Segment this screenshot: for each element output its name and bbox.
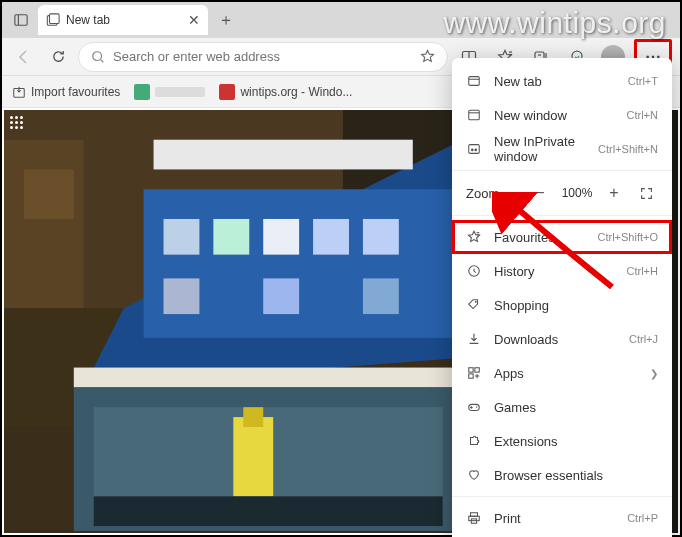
menu-label: Downloads [494,332,617,347]
svg-point-53 [476,406,477,407]
import-label: Import favourites [31,85,120,99]
star-icon [466,229,482,245]
svg-rect-22 [154,140,413,170]
import-favourites-button[interactable]: Import favourites [12,85,120,99]
newtab-icon [466,73,482,89]
svg-rect-27 [363,219,399,255]
zoom-in-button[interactable]: + [602,181,626,205]
menu-label: New InPrivate window [494,134,586,164]
newtab-icon [46,13,60,27]
svg-rect-21 [144,189,453,338]
menu-print[interactable]: Print Ctrl+P [452,501,672,535]
active-tab[interactable]: New tab ✕ [38,5,208,35]
heart-pulse-icon [466,467,482,483]
svg-rect-24 [213,219,249,255]
svg-point-44 [474,149,477,152]
svg-rect-51 [469,374,473,378]
svg-rect-49 [469,368,473,372]
menu-shortcut: Ctrl+N [627,109,658,121]
menu-label: Apps [494,366,638,381]
menu-favourites[interactable]: Favourites Ctrl+Shift+O [452,220,672,254]
svg-rect-0 [15,15,27,26]
favicon-icon [134,84,150,100]
svg-rect-42 [469,145,480,154]
bookmark-label: wintips.org - Windo... [240,85,352,99]
watermark: www.wintips.org [443,6,666,40]
new-tab-button[interactable]: ＋ [212,6,240,34]
menu-shortcut: Ctrl+J [629,333,658,345]
menu-apps[interactable]: Apps ❯ [452,356,672,390]
menu-inprivate[interactable]: New InPrivate window Ctrl+Shift+N [452,132,672,166]
menu-label: Favourites [494,230,585,245]
tab-actions-icon[interactable] [8,7,34,33]
svg-point-43 [471,149,474,152]
svg-rect-30 [363,278,399,314]
svg-rect-26 [313,219,349,255]
menu-games[interactable]: Games [452,390,672,424]
svg-rect-28 [164,278,200,314]
fullscreen-button[interactable] [634,181,658,205]
back-button[interactable] [10,43,38,71]
zoom-value: 100% [560,186,594,200]
zoom-label: Zoom [466,186,520,201]
menu-separator [452,215,672,216]
games-icon [466,399,482,415]
menu-label: Games [494,400,658,415]
menu-label: Print [494,511,615,526]
menu-shortcut: Ctrl+Shift+N [598,143,658,155]
menu-shortcut: Ctrl+Shift+O [597,231,658,243]
svg-rect-36 [94,496,443,526]
chevron-right-icon: ❯ [650,368,658,379]
svg-rect-23 [164,219,200,255]
menu-shortcut: Ctrl+H [627,265,658,277]
menu-extensions[interactable]: Extensions [452,424,672,458]
bookmark-placeholder[interactable] [134,84,205,100]
inprivate-icon [466,141,482,157]
svg-line-5 [101,59,104,62]
address-input[interactable] [113,49,412,64]
star-icon[interactable] [420,49,435,64]
svg-rect-54 [471,513,478,517]
download-icon [466,331,482,347]
favicon-icon [219,84,235,100]
menu-new-tab[interactable]: New tab Ctrl+T [452,64,672,98]
window-icon [466,107,482,123]
refresh-button[interactable] [44,43,72,71]
bookmark-wintips[interactable]: wintips.org - Windo... [219,84,352,100]
menu-essentials[interactable]: Browser essentials [452,458,672,492]
svg-rect-35 [243,407,263,427]
menu-separator [452,170,672,171]
bookmark-blur [155,87,205,97]
tab-title: New tab [66,13,110,27]
svg-rect-50 [475,368,479,372]
svg-point-48 [475,301,477,303]
address-bar[interactable] [78,42,448,72]
drag-handle-icon[interactable] [10,116,23,129]
menu-history[interactable]: History Ctrl+H [452,254,672,288]
menu-shopping[interactable]: Shopping [452,288,672,322]
svg-rect-31 [74,368,463,388]
menu-label: New tab [494,74,616,89]
menu-new-window[interactable]: New window Ctrl+N [452,98,672,132]
browser-window: New tab ✕ ＋ [0,0,682,537]
tag-icon [466,297,482,313]
print-icon [466,510,482,526]
menu-label: History [494,264,615,279]
search-icon [91,50,105,64]
svg-rect-40 [469,110,480,120]
history-icon [466,263,482,279]
settings-menu: New tab Ctrl+T New window Ctrl+N New InP… [452,58,672,537]
svg-rect-3 [50,14,60,24]
apps-icon [466,365,482,381]
close-tab-icon[interactable]: ✕ [188,12,200,28]
svg-rect-29 [263,278,299,314]
menu-shortcut: Ctrl+T [628,75,658,87]
zoom-out-button[interactable]: − [528,181,552,205]
menu-label: Shopping [494,298,658,313]
import-icon [12,85,26,99]
puzzle-icon [466,433,482,449]
svg-rect-18 [24,169,74,219]
menu-downloads[interactable]: Downloads Ctrl+J [452,322,672,356]
menu-label: Extensions [494,434,658,449]
svg-rect-38 [469,77,480,86]
